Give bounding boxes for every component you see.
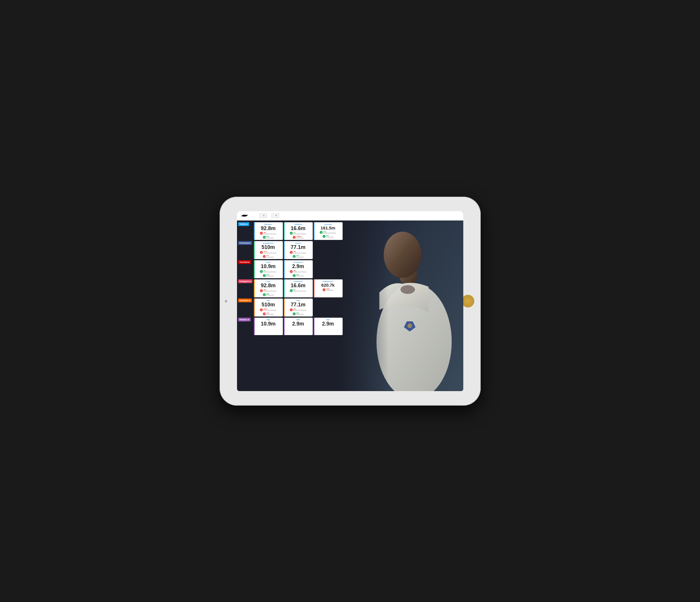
card-stats-instagram-2: ▼-10%vs previous: [315, 288, 341, 291]
metric-card-netbase-0[interactable]: TBD10.9m: [254, 318, 283, 335]
metric-card-twitter-1[interactable]: @Replies16.6m▲7%vs previous 24 hours▼-10…: [284, 222, 313, 240]
metric-card-facebook-1[interactable]: Reach77.1m▼-4%vs previous 24 hours▲10%vs…: [284, 241, 313, 259]
stat-circle-red-icon: ▼: [260, 289, 263, 292]
stat-circle-green-icon: ▲: [290, 289, 293, 292]
stat-text-instagram-0-1: 10%vs last week: [266, 293, 274, 296]
stat-text-youtube-1-0: -4%vs previous 24 hours: [293, 270, 306, 273]
metric-card-instagram-1[interactable]: Comments16.6m▲7%vs previous 24 hours: [284, 279, 313, 297]
stat-label-twitter-0-0: vs previous 24 hours: [263, 233, 276, 235]
stat-label-facebook-0-0: vs previous 24 hours: [263, 253, 276, 254]
stat-text-twitter-1-1: -1000%vs last week: [296, 235, 303, 239]
metric-card-omniture-0[interactable]: TBD510m▼-33%vs previous 24 hours▼-7%vs l…: [254, 299, 283, 317]
card-title-netbase-2: TBD: [315, 319, 341, 321]
stat-circle-green-icon: ▲: [263, 236, 266, 239]
stat-text-twitter-0-0: -4%vs previous 24 hours: [263, 232, 276, 235]
card-highlight-netbase-0: [254, 318, 255, 335]
card-value-youtube-0: 10.9m: [255, 264, 281, 269]
metric-card-netbase-2[interactable]: TBD2.9m: [314, 318, 343, 335]
platform-row-instagram: Instagram▸Likes92.8m▼-4%vs previous 24 h…: [238, 279, 462, 297]
metric-card-instagram-0[interactable]: Likes92.8m▼-4%vs previous 24 hours▲10%vs…: [254, 279, 283, 297]
stat-label-facebook-1-0: vs previous 24 hours: [293, 253, 306, 254]
platform-label-instagram[interactable]: Instagram▸: [238, 279, 252, 283]
stat-badge-twitter-1-0: ▲7%vs previous 24 hours: [290, 232, 306, 235]
platform-row-youtube: YouTube▸Likes10.9m▲7%vs previous 24 hour…: [238, 260, 462, 278]
platform-row-omniture: Omniture▸TBD510m▼-33%vs previous 24 hour…: [238, 299, 462, 317]
metric-card-netbase-1[interactable]: TBD2.9m: [284, 318, 313, 335]
stat-badge-youtube-1-1: ▲10%vs last week: [293, 274, 303, 277]
time-period-dropdown[interactable]: ▼: [272, 214, 279, 218]
region-dropdown-arrow-icon: ▼: [263, 215, 265, 217]
stat-badge-twitter-0-0: ▼-4%vs previous 24 hours: [260, 232, 276, 235]
stat-label-youtube-0-1: vs last week: [266, 276, 274, 277]
stat-circle-red-icon: ▼: [293, 236, 296, 239]
stat-badge-omniture-1-1: ▲10%vs last week: [293, 312, 303, 316]
platform-expand-icon-youtube: ▸: [248, 261, 249, 264]
card-title-instagram-2: Engagement: [315, 280, 341, 282]
stat-text-twitter-2-0: 17%vs previous 24 hours: [323, 231, 336, 234]
platform-label-twitter[interactable]: Twitter▸: [238, 222, 249, 226]
card-highlight-facebook-0: [254, 241, 255, 259]
card-value-omniture-1: 77.1m: [285, 302, 311, 307]
card-stats-youtube-0: ▲7%vs previous 24 hours▲67%vs last week: [255, 270, 281, 277]
card-title-instagram-1: Comments: [285, 280, 311, 282]
platform-name-twitter: Twitter: [240, 223, 246, 225]
stat-label-youtube-1-0: vs previous 24 hours: [293, 272, 306, 273]
stat-text-omniture-1-1: 10%vs last week: [296, 312, 303, 316]
card-highlight-instagram-0: [254, 279, 255, 297]
platform-label-facebook[interactable]: Facebook▸: [238, 241, 252, 245]
region-dropdown[interactable]: ▼: [260, 214, 267, 218]
tablet-screen: ▼ ▼ Twitter▸Retweets92.8m▼-4%vs previous…: [237, 211, 463, 391]
stat-text-instagram-0-0: -4%vs previous 24 hours: [263, 289, 276, 292]
home-button[interactable]: [461, 295, 474, 307]
platform-name-instagram: Instagram: [240, 280, 249, 282]
platform-label-omniture[interactable]: Omniture▸: [238, 299, 252, 302]
card-value-netbase-1: 2.9m: [285, 321, 311, 326]
metric-card-twitter-0[interactable]: Retweets92.8m▼-4%vs previous 24 hours▲10…: [254, 222, 283, 240]
platform-label-netbase[interactable]: Netbase▸: [238, 318, 251, 322]
card-title-netbase-1: TBD: [285, 319, 311, 321]
stat-text-twitter-2-1: 35%vs last week: [326, 235, 333, 238]
card-highlight-facebook-1: [284, 241, 284, 259]
stat-text-facebook-0-1: -7%vs last week: [266, 255, 274, 258]
card-value-facebook-1: 77.1m: [285, 245, 311, 250]
platform-label-youtube[interactable]: YouTube▸: [238, 260, 251, 264]
stat-label-omniture-0-1: vs last week: [266, 314, 274, 316]
platform-label-wrap-netbase: Netbase▸: [238, 318, 253, 322]
stat-badge-youtube-0-1: ▲67%vs last week: [263, 274, 274, 277]
card-highlight-instagram-1: [284, 279, 284, 297]
stat-text-omniture-1-0: -4%vs previous 24 hours: [293, 308, 306, 311]
stat-text-youtube-0-0: 7%vs previous 24 hours: [263, 270, 276, 273]
stat-circle-red-icon: ▼: [263, 255, 266, 258]
stat-label-omniture-1-0: vs previous 24 hours: [293, 310, 306, 311]
platform-label-wrap-instagram: Instagram▸: [238, 279, 253, 283]
card-highlight-youtube-1: [284, 260, 284, 278]
platform-expand-icon-omniture: ▸: [249, 299, 250, 302]
app-header: ▼ ▼: [237, 211, 463, 221]
metric-card-instagram-2[interactable]: Engagement620.7k▼-10%vs previous: [314, 279, 343, 297]
stat-badge-twitter-0-1: ▲10%vs last week: [263, 235, 274, 239]
stat-circle-red-icon: ▼: [290, 251, 293, 254]
metric-card-youtube-1[interactable]: Comments2.9m▼-4%vs previous 24 hours▲10%…: [284, 260, 313, 278]
card-value-twitter-1: 16.6m: [285, 226, 311, 231]
stat-text-twitter-1-0: 7%vs previous 24 hours: [293, 232, 306, 235]
platform-expand-icon-netbase: ▸: [248, 318, 249, 321]
stat-text-twitter-0-1: 10%vs last week: [266, 235, 274, 239]
main-content: Twitter▸Retweets92.8m▼-4%vs previous 24 …: [237, 221, 463, 391]
card-stats-omniture-0: ▼-33%vs previous 24 hours▼-7%vs last wee…: [255, 308, 281, 316]
tablet-device: ▼ ▼ Twitter▸Retweets92.8m▼-4%vs previous…: [220, 197, 481, 406]
platform-label-wrap-youtube: YouTube▸: [238, 260, 253, 264]
card-highlight-instagram-2: [314, 279, 315, 297]
card-value-omniture-0: 510m: [255, 302, 281, 307]
stat-text-facebook-1-1: 10%vs last week: [296, 255, 303, 258]
stat-badge-facebook-0-0: ▼-33%vs previous 24 hours: [260, 251, 276, 254]
metric-card-twitter-2[interactable]: Favorites161.5m▲17%vs previous 24 hours▲…: [314, 222, 343, 240]
stat-label-youtube-1-1: vs last week: [296, 276, 303, 277]
stat-label-twitter-2-1: vs last week: [326, 237, 333, 238]
camera-icon: [225, 300, 227, 302]
card-title-youtube-0: Likes: [255, 261, 281, 263]
metric-card-youtube-0[interactable]: Likes10.9m▲7%vs previous 24 hours▲67%vs …: [254, 260, 283, 278]
metric-card-facebook-0[interactable]: Engagement510m▼-33%vs previous 24 hours▼…: [254, 241, 283, 259]
stat-text-omniture-0-1: -7%vs last week: [266, 312, 274, 316]
metric-card-omniture-1[interactable]: TBD77.1m▼-4%vs previous 24 hours▲10%vs l…: [284, 299, 313, 317]
stat-circle-red-icon: ▼: [290, 270, 293, 273]
